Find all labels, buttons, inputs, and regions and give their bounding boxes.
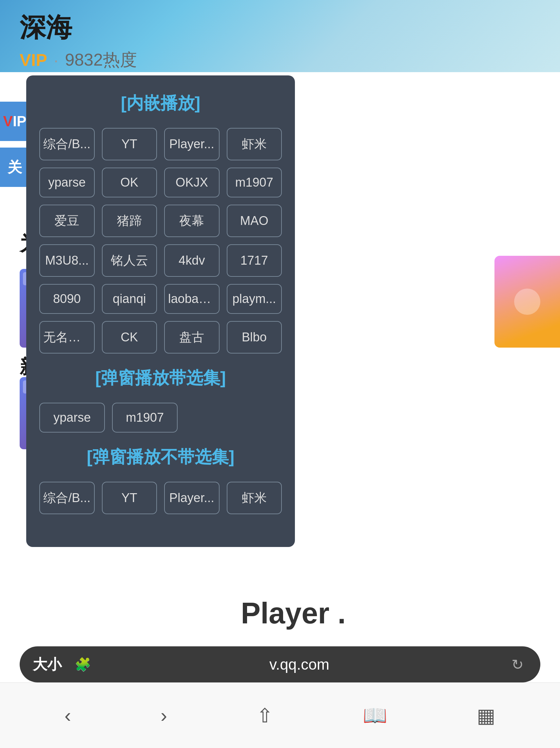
vip-label: VIP: [20, 50, 47, 70]
btn-qianqi[interactable]: qianqi: [102, 284, 157, 314]
btn-m1907[interactable]: m1907: [227, 168, 282, 197]
popup-with-ep-title: [弹窗播放带选集]: [39, 367, 282, 390]
popup-no-ep-虾米[interactable]: 虾米: [227, 482, 282, 514]
btn-M3U8[interactable]: M3U8...: [39, 244, 95, 277]
nav-forward[interactable]: ›: [161, 704, 167, 727]
back-icon: ‹: [65, 704, 71, 727]
btn-1717[interactable]: 1717: [227, 244, 282, 277]
btn-爱豆[interactable]: 爱豆: [39, 205, 95, 237]
btn-Blbo[interactable]: Blbo: [227, 321, 282, 353]
popup-with-ep-buttons: yparse m1907: [39, 403, 282, 433]
btn-猪蹄[interactable]: 猪蹄: [102, 205, 157, 237]
title-area: 深海 VIP · 9832热度: [20, 13, 137, 71]
side-vip-button[interactable]: VIP: [0, 102, 29, 141]
btn-夜幕[interactable]: 夜幕: [164, 205, 220, 237]
btn-OKJX[interactable]: OKJX: [164, 168, 220, 197]
bottom-address-bar: 大小 🧩 v.qq.com ↻: [20, 646, 540, 682]
btn-虾米[interactable]: 虾米: [227, 128, 282, 160]
nav-bookmarks[interactable]: 📖: [363, 704, 387, 727]
popup-no-ep-buttons-grid: 综合/B... YT Player... 虾米: [39, 482, 282, 514]
btn-laoban[interactable]: laoban...: [164, 284, 220, 314]
btn-盘古[interactable]: 盘古: [164, 321, 220, 353]
refresh-icon[interactable]: ↻: [508, 655, 527, 674]
thumbnail-right[interactable]: [494, 256, 560, 348]
btn-playm[interactable]: playm...: [227, 284, 282, 314]
popup-no-ep-Player[interactable]: Player...: [164, 482, 220, 514]
player-modal: [内嵌播放] 综合/B... YT Player... 虾米 yparse OK…: [26, 75, 295, 547]
btn-4kdv[interactable]: 4kdv: [164, 244, 220, 277]
btn-OK[interactable]: OK: [102, 168, 157, 197]
nav-share[interactable]: ⇧: [257, 704, 273, 727]
share-icon: ⇧: [257, 704, 273, 727]
dot-separator: ·: [54, 50, 58, 70]
popup-ep-yparse[interactable]: yparse: [39, 403, 105, 433]
btn-无名小[interactable]: 无名小...: [39, 321, 95, 353]
btn-8090[interactable]: 8090: [39, 284, 95, 314]
vip-button-label: VIP: [3, 113, 27, 130]
bookmarks-icon: 📖: [363, 704, 387, 727]
subtitle-row: VIP · 9832热度: [20, 49, 137, 71]
popup-no-ep-YT[interactable]: YT: [102, 482, 157, 514]
right-thumb-face: [514, 288, 540, 315]
bottom-url[interactable]: v.qq.com: [101, 656, 498, 673]
popup-no-ep-综合[interactable]: 综合/B...: [39, 482, 95, 514]
btn-铭人云[interactable]: 铭人云: [102, 244, 157, 277]
close-button-label: 关: [7, 158, 22, 177]
popup-ep-m1907[interactable]: m1907: [112, 403, 178, 433]
nav-tabs[interactable]: ▦: [477, 704, 495, 727]
page-title: 深海: [20, 13, 137, 42]
btn-CK[interactable]: CK: [102, 321, 157, 353]
btn-yparse[interactable]: yparse: [39, 168, 95, 197]
nav-back[interactable]: ‹: [65, 704, 71, 727]
bottom-label: 大小: [33, 655, 62, 674]
player-dot-text: Player .: [241, 597, 346, 630]
embedded-buttons-grid: 综合/B... YT Player... 虾米 yparse OK OKJX m…: [39, 128, 282, 353]
btn-综合[interactable]: 综合/B...: [39, 128, 95, 160]
popup-no-ep-title: [弹窗播放不带选集]: [39, 446, 282, 469]
side-close-button[interactable]: 关: [0, 147, 29, 187]
forward-icon: ›: [161, 704, 167, 727]
btn-Player[interactable]: Player...: [164, 128, 220, 160]
btn-YT[interactable]: YT: [102, 128, 157, 160]
tabs-icon: ▦: [477, 704, 495, 727]
btn-MAO[interactable]: MAO: [227, 205, 282, 237]
heat-text: 9832热度: [65, 49, 137, 71]
nav-bar: ‹ › ⇧ 📖 ▦: [0, 682, 560, 748]
puzzle-icon[interactable]: 🧩: [75, 656, 91, 673]
embedded-section-title: [内嵌播放]: [39, 92, 282, 115]
